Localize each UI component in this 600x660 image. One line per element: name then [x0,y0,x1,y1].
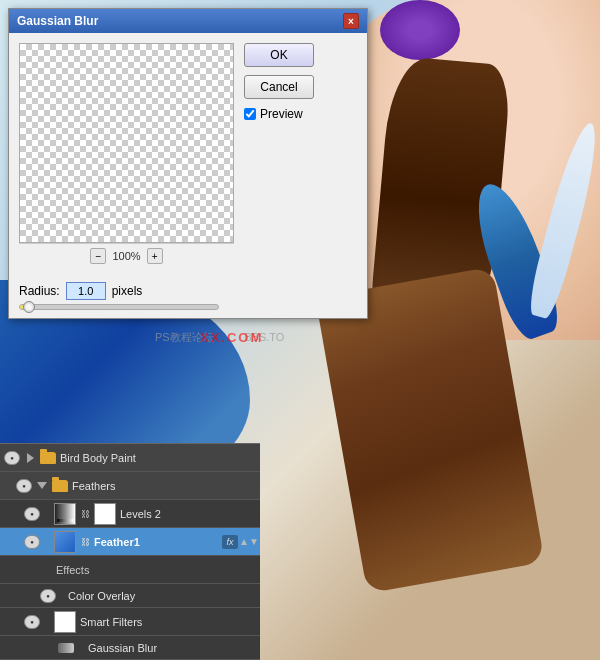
radius-input[interactable] [66,282,106,300]
layers-panel: Bird Body Paint Feathers ⛓ Levels 2 ⛓ Fe… [0,443,260,660]
fx-badge-feather1: fx [222,535,238,549]
layer-name-gaussian-blur: Gaussian Blur [88,642,256,654]
cancel-button[interactable]: Cancel [244,75,314,99]
bg-purple-flower [380,0,460,60]
layer-name-color-overlay: Color Overlay [68,590,256,602]
dialog-body: − 100% + OK Cancel Preview [9,33,367,278]
layer-gaussian-blur[interactable]: Gaussian Blur [0,636,260,660]
thumb-mask-levels2 [94,503,116,525]
radius-slider[interactable] [19,304,219,310]
ok-button[interactable]: OK [244,43,314,67]
preview-label: Preview [260,107,303,121]
layer-feather1[interactable]: ⛓ Feather1 fx ▲▼ [0,528,260,556]
layer-color-overlay[interactable]: Color Overlay [0,584,260,608]
eye-icon-bird-body-paint[interactable] [4,451,20,465]
gaussian-blur-dialog: Gaussian Blur × − 100% + OK Cancel [8,8,368,319]
radius-row: Radius: pixels [9,278,367,302]
eye-icon-smart-filters[interactable] [24,615,40,629]
expand-arrow-bird[interactable] [24,452,36,464]
eye-icon-feather1[interactable] [24,535,40,549]
dialog-title: Gaussian Blur [17,14,98,28]
layer-name-levels2: Levels 2 [120,508,256,520]
folder-icon-bird [40,452,56,464]
preview-area [19,43,234,243]
dialog-titlebar: Gaussian Blur × [9,9,367,33]
preview-checkbox[interactable] [244,108,256,120]
layer-name-smart-filters: Smart Filters [80,616,256,628]
preview-checkbox-row: Preview [244,107,344,121]
dialog-controls: OK Cancel Preview [244,43,344,268]
zoom-percentage: 100% [112,250,140,262]
eye-icon-color-overlay[interactable] [40,589,56,603]
blur-icon [58,643,74,653]
zoom-in-button[interactable]: + [147,248,163,264]
layer-name-feathers: Feathers [72,480,256,492]
zoom-out-button[interactable]: − [90,248,106,264]
layer-feathers[interactable]: Feathers [0,472,260,500]
dialog-close-button[interactable]: × [343,13,359,29]
slider-row [9,302,367,318]
effects-header-label: Effects [56,564,256,576]
folder-icon-feathers [52,480,68,492]
eye-icon-levels2[interactable] [24,507,40,521]
layer-levels2[interactable]: ⛓ Levels 2 [0,500,260,528]
eye-icon-feathers[interactable] [16,479,32,493]
layer-smart-filters[interactable]: Smart Filters [0,608,260,636]
chain-icon-levels2: ⛓ [80,507,90,521]
thumb-levels2 [54,503,76,525]
pixels-label: pixels [112,284,143,298]
radius-label: Radius: [19,284,60,298]
thumb-feather1 [54,531,76,553]
layer-effects-header: Effects [0,556,260,584]
watermark-xx: XX.COM [200,330,263,345]
chain-icon-feather1: ⛓ [80,535,90,549]
layer-name-bird-body-paint: Bird Body Paint [60,452,256,464]
layer-bird-body-paint[interactable]: Bird Body Paint [0,444,260,472]
arrow-feather1: ▲▼ [242,535,256,549]
slider-thumb[interactable] [23,301,35,313]
thumb-smart-filters [54,611,76,633]
layer-name-feather1: Feather1 [94,536,218,548]
zoom-controls: − 100% + [19,243,234,268]
expand-arrow-feathers[interactable] [36,480,48,492]
